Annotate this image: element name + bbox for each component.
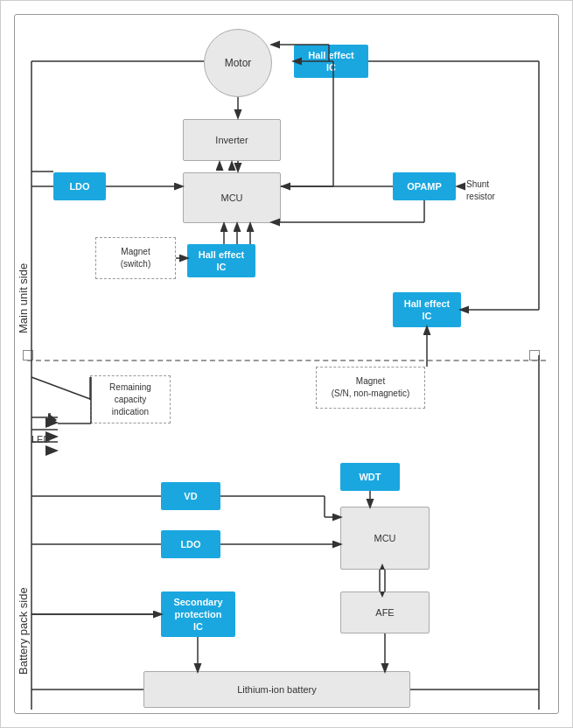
lithium-battery-box: Lithium-ion battery <box>143 671 410 708</box>
led-arrows <box>41 410 67 463</box>
right-connector <box>529 350 540 360</box>
remaining-capacity-box: Remainingcapacityindication <box>90 375 171 424</box>
svg-marker-4 <box>45 445 59 456</box>
diagram-container: Main unit side Battery pack side Motor H… <box>0 0 573 728</box>
wdt-box: WDT <box>340 463 400 491</box>
battery-pack-label: Battery pack side <box>17 377 30 675</box>
mcu-main-box: MCU <box>183 172 281 223</box>
ldo-battery: LDO <box>161 530 220 558</box>
main-unit-label: Main unit side <box>17 53 30 333</box>
outer-border <box>14 14 559 714</box>
secondary-protection-ic: SecondaryprotectionIC <box>161 592 235 637</box>
mcu-battery-box: MCU <box>340 507 430 570</box>
hall-ic-right: Hall effectIC <box>393 292 461 327</box>
divider-line <box>27 360 546 361</box>
left-connector <box>23 350 33 360</box>
afe-box: AFE <box>340 592 430 634</box>
opamp: OPAMP <box>393 172 456 200</box>
magnet-switch-box: Magnet(switch) <box>95 237 176 279</box>
vd-box: VD <box>161 482 220 510</box>
hall-ic-mid: Hall effectIC <box>187 244 255 277</box>
motor-circle: Motor <box>204 29 272 97</box>
magnet-sn-box: Magnet(S/N, non-magnetic) <box>316 367 425 409</box>
svg-marker-3 <box>45 431 59 442</box>
inverter-box: Inverter <box>183 119 281 161</box>
shunt-resistor-label: Shuntresistor <box>466 178 495 203</box>
hall-ic-top: Hall effectIC <box>294 45 368 78</box>
ldo-main: LDO <box>53 172 106 200</box>
